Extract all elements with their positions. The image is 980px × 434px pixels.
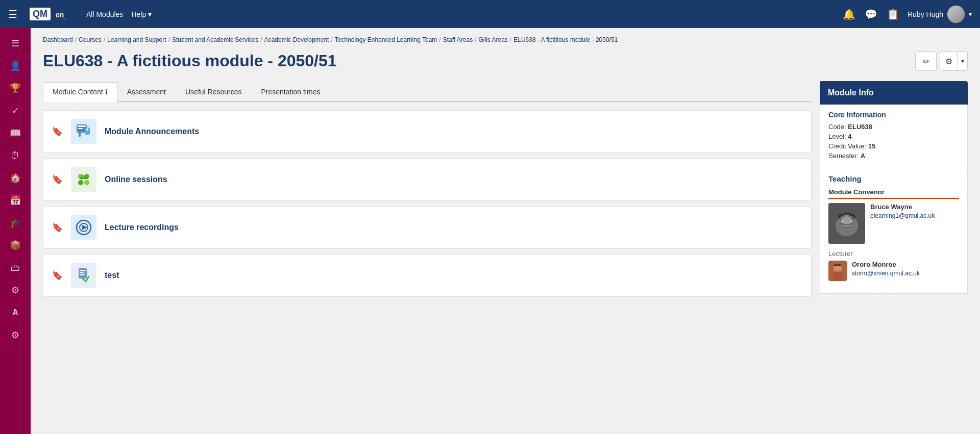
lecturer-avatar <box>828 261 847 281</box>
hamburger-menu[interactable]: ☰ <box>8 8 17 20</box>
all-modules-link[interactable]: All Modules <box>86 10 123 18</box>
svg-point-7 <box>86 129 88 131</box>
breadcrumb-sep-6: / <box>439 36 440 43</box>
info-code: Code: ELU638 <box>828 123 959 131</box>
tabs: Module Content ℹ Assessment Useful Resou… <box>43 81 812 102</box>
svg-rect-5 <box>79 133 81 137</box>
breadcrumb-academic-dev[interactable]: Academic Development <box>264 36 329 43</box>
sidebar-icon-user[interactable]: 👤 <box>5 56 26 76</box>
bookmark-icon-announcements[interactable]: 🔖 <box>52 126 63 137</box>
breadcrumb-sep-8: / <box>510 36 511 43</box>
content-item-test: 🔖 test <box>43 254 812 297</box>
announcements-icon <box>71 119 96 144</box>
svg-rect-3 <box>78 125 86 127</box>
content-area: Dashboard / Courses / Learning and Suppo… <box>31 28 980 434</box>
test-title[interactable]: test <box>105 271 119 280</box>
online-sessions-icon <box>71 167 96 192</box>
svg-point-11 <box>84 180 89 185</box>
convenor-email[interactable]: elearning1@qmul.ac.uk <box>870 212 935 219</box>
convenor-card: Bruce Wayne elearning1@qmul.ac.uk <box>828 203 959 244</box>
sidebar-icon-award[interactable]: 🏆 <box>5 78 26 98</box>
svg-rect-20 <box>80 274 85 275</box>
tab-useful-resources[interactable]: Useful Resources <box>176 82 252 102</box>
sidebar-icon-package[interactable]: 📦 <box>5 235 26 256</box>
edit-button[interactable]: ✏ <box>915 52 937 71</box>
sidebar-icon-list[interactable]: ☰ <box>5 33 26 54</box>
svg-rect-19 <box>80 272 84 273</box>
teaching-title: Teaching <box>828 174 959 183</box>
breadcrumb-dashboard[interactable]: Dashboard <box>43 36 73 43</box>
chat-icon[interactable]: 💬 <box>865 8 877 20</box>
tab-module-content[interactable]: Module Content ℹ <box>43 82 117 102</box>
content-item-lecture-recordings: 🔖 Lecture recordings <box>43 206 812 249</box>
user-name: Ruby Hugh <box>908 10 943 18</box>
sidebar-icon-graduation[interactable]: 🎓 <box>5 213 26 233</box>
sidebar-icon-calendar[interactable]: 📅 <box>5 190 26 211</box>
svg-point-26 <box>841 220 845 223</box>
logo[interactable]: QM en → <box>30 7 70 21</box>
content-item-announcements: 🔖 Module Announcements <box>43 110 812 153</box>
help-link[interactable]: Help ▾ <box>131 10 152 18</box>
announcements-title[interactable]: Module Announcements <box>105 127 199 136</box>
sidebar-icon-settings2[interactable]: ⚙ <box>5 325 26 345</box>
settings-button-group: ⚙ ▾ <box>940 52 968 71</box>
core-info-section: Core Information Code: ELU638 Level: 4 C… <box>820 105 967 168</box>
breadcrumb-learning-support[interactable]: Learning and Support <box>107 36 166 43</box>
lecture-recordings-icon <box>71 215 96 240</box>
module-info-header: Module Info <box>820 81 968 105</box>
breadcrumb-sep-3: / <box>168 36 170 43</box>
teaching-section: Teaching Module Convenor <box>820 168 967 293</box>
svg-rect-18 <box>80 270 86 271</box>
breadcrumb-gills-areas[interactable]: Gills Areas <box>479 36 508 43</box>
lecture-recordings-title[interactable]: Lecture recordings <box>105 223 179 232</box>
lecturer-email[interactable]: storm@xmen.qmul.ac.uk <box>852 270 920 277</box>
breadcrumb-current: ELU638 - A fictitious module - 2050/51 <box>513 36 618 43</box>
settings-main-button[interactable]: ⚙ <box>940 52 958 71</box>
breadcrumb-student-academic[interactable]: Student and Academic Services <box>172 36 258 43</box>
bookmark-icon-test[interactable]: 🔖 <box>52 270 63 281</box>
sidebar-icon-box[interactable]: 🗃 <box>5 258 26 278</box>
breadcrumb-sep-1: / <box>75 36 77 43</box>
page-title: ELU638 - A fictitious module - 2050/51 <box>43 52 337 70</box>
tab-assessment[interactable]: Assessment <box>117 82 176 102</box>
sidebar-icon-clock[interactable]: ⏱ <box>5 145 26 166</box>
main-column: Module Content ℹ Assessment Useful Resou… <box>43 81 812 302</box>
left-sidebar: ☰ 👤 🏆 ✓ 📖 ⏱ 🏠 📅 🎓 📦 🗃 ⚙ A ⚙ <box>0 28 31 434</box>
top-navigation: ☰ QM en → All Modules Help ▾ 🔔 💬 📋 Ruby … <box>0 0 980 28</box>
module-info-content: Core Information Code: ELU638 Level: 4 C… <box>820 105 968 294</box>
sidebar-icon-a[interactable]: A <box>5 302 26 323</box>
content-item-online-sessions: 🔖 Online sessions <box>43 158 812 201</box>
settings-dropdown-button[interactable]: ▾ <box>958 52 968 71</box>
svg-rect-13 <box>80 177 88 179</box>
breadcrumb-tech-enhanced[interactable]: Technology Enhanced Learning Team <box>335 36 437 43</box>
user-dropdown-chevron: ▾ <box>969 11 972 18</box>
breadcrumb-sep-4: / <box>260 36 262 43</box>
svg-text:→: → <box>62 16 67 21</box>
tab-presentation-times[interactable]: Presentation times <box>251 82 330 102</box>
logo-box: QM <box>30 8 51 20</box>
notification-bell-icon[interactable]: 🔔 <box>843 8 855 20</box>
lecturer-name: Ororo Monroe <box>852 261 920 268</box>
sidebar-icon-home[interactable]: 🏠 <box>5 168 26 188</box>
info-credit: Credit Value: 15 <box>828 142 959 150</box>
lecturer-info: Ororo Monroe storm@xmen.qmul.ac.uk <box>852 261 920 277</box>
test-icon <box>71 263 96 288</box>
lecturer-card: Ororo Monroe storm@xmen.qmul.ac.uk <box>828 261 959 281</box>
bookmark-icon-lecture[interactable]: 🔖 <box>52 222 63 233</box>
convenor-title: Module Convenor <box>828 188 959 199</box>
semester-value: A <box>861 152 865 160</box>
breadcrumb: Dashboard / Courses / Learning and Suppo… <box>43 36 968 43</box>
bookmark-icon-online-sessions[interactable]: 🔖 <box>52 174 63 185</box>
online-sessions-title[interactable]: Online sessions <box>105 175 167 184</box>
breadcrumb-staff-areas[interactable]: Staff Areas <box>443 36 473 43</box>
breadcrumb-courses[interactable]: Courses <box>79 36 102 43</box>
breadcrumb-sep-7: / <box>475 36 476 43</box>
user-profile[interactable]: Ruby Hugh ▾ <box>908 6 972 23</box>
sidebar-icon-check[interactable]: ✓ <box>5 100 26 121</box>
sidebar-icon-book[interactable]: 📖 <box>5 123 26 143</box>
svg-point-27 <box>849 220 853 223</box>
list-icon[interactable]: 📋 <box>887 8 899 20</box>
svg-point-10 <box>78 180 83 185</box>
user-avatar <box>947 6 965 23</box>
sidebar-icon-settings[interactable]: ⚙ <box>5 280 26 300</box>
